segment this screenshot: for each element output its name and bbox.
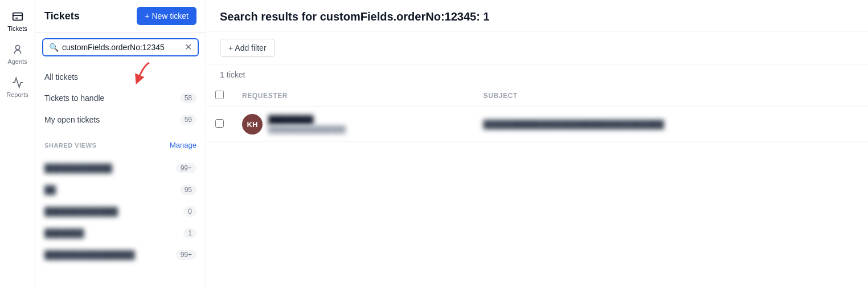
nav-item-tickets[interactable]: Tickets: [2, 6, 34, 36]
svg-rect-0: [13, 13, 22, 21]
add-filter-button[interactable]: + Add filter: [220, 39, 275, 57]
shared-view-badge-1: 99+: [176, 163, 196, 173]
shared-view-badge-2: 95: [180, 185, 196, 195]
sidebar: Tickets + New ticket 🔍 ✕ All tickets Tic…: [35, 0, 206, 289]
select-all-cell: [206, 85, 233, 107]
manage-link[interactable]: Manage: [170, 141, 196, 149]
requester-details: ████████ ████████████████: [268, 115, 346, 133]
shared-view-item-3[interactable]: █████████████ 0: [35, 201, 206, 222]
requester-name: ████████: [268, 115, 346, 124]
search-icon: 🔍: [49, 43, 59, 52]
shared-views-header: SHARED VIEWS Manage: [35, 135, 206, 153]
subject-cell: ████████████████████████████████: [474, 107, 868, 142]
shared-view-item-2[interactable]: ██ 95: [35, 179, 206, 201]
requester-cell: KH ████████ ████████████████: [233, 107, 474, 142]
main-header: Search results for customFields.orderNo:…: [206, 0, 868, 32]
my-open-tickets-badge: 59: [180, 115, 196, 125]
nav-all-tickets[interactable]: All tickets: [35, 67, 206, 87]
shared-views-label: SHARED VIEWS: [44, 142, 97, 149]
shared-view-badge-4: 1: [183, 228, 196, 238]
nav-item-reports[interactable]: Reports: [2, 72, 34, 103]
table-row: KH ████████ ████████████████ ███████████…: [206, 107, 868, 142]
nav-my-open-tickets[interactable]: My open tickets 59: [35, 109, 206, 131]
row-checkbox-cell: [206, 107, 233, 142]
row-checkbox[interactable]: [215, 119, 224, 128]
nav-list: All tickets Tickets to handle 58 My open…: [35, 62, 206, 135]
search-container: 🔍 ✕: [35, 32, 206, 62]
nav-label-agents: Agents: [7, 58, 27, 65]
subject-column-header: SUBJECT: [474, 85, 868, 107]
svg-point-3: [15, 46, 19, 50]
new-ticket-button[interactable]: + New ticket: [137, 7, 196, 25]
clear-search-button[interactable]: ✕: [185, 43, 192, 52]
results-table: REQUESTER SUBJECT KH █: [206, 85, 868, 142]
table-header-row: REQUESTER SUBJECT: [206, 85, 868, 107]
shared-view-item-4[interactable]: ███████ 1: [35, 222, 206, 244]
nav-label-reports: Reports: [6, 91, 28, 98]
nav-label-tickets: Tickets: [7, 25, 27, 32]
shared-views-list: ████████████ 99+ ██ 95 █████████████ 0 █…: [35, 153, 206, 270]
search-input[interactable]: [62, 43, 181, 52]
search-results-title: Search results for customFields.orderNo:…: [220, 10, 490, 23]
results-table-container: REQUESTER SUBJECT KH █: [206, 85, 868, 289]
requester-column-header: REQUESTER: [233, 85, 474, 107]
search-box: 🔍 ✕: [42, 38, 199, 56]
select-all-checkbox[interactable]: [215, 91, 224, 99]
nav-item-agents[interactable]: Agents: [2, 39, 34, 70]
subject-text: ████████████████████████████████: [484, 120, 664, 129]
requester-info-container: KH ████████ ████████████████: [242, 114, 465, 135]
results-count: 1 ticket: [206, 64, 868, 85]
filter-bar: + Add filter: [206, 32, 868, 64]
shared-view-item-5[interactable]: ████████████████ 99+: [35, 244, 206, 266]
sidebar-header: Tickets + New ticket: [35, 0, 206, 32]
shared-view-badge-5: 99+: [176, 250, 196, 260]
requester-email: ████████████████: [268, 125, 346, 133]
shared-view-item-1[interactable]: ████████████ 99+: [35, 157, 206, 179]
avatar: KH: [242, 114, 263, 135]
nav-tickets-to-handle[interactable]: Tickets to handle 58: [35, 87, 206, 109]
sidebar-title: Tickets: [44, 10, 80, 22]
main-content: Search results for customFields.orderNo:…: [206, 0, 868, 289]
shared-view-badge-3: 0: [183, 206, 196, 217]
left-navigation: Tickets Agents Reports: [0, 0, 35, 289]
tickets-to-handle-badge: 58: [180, 93, 196, 103]
